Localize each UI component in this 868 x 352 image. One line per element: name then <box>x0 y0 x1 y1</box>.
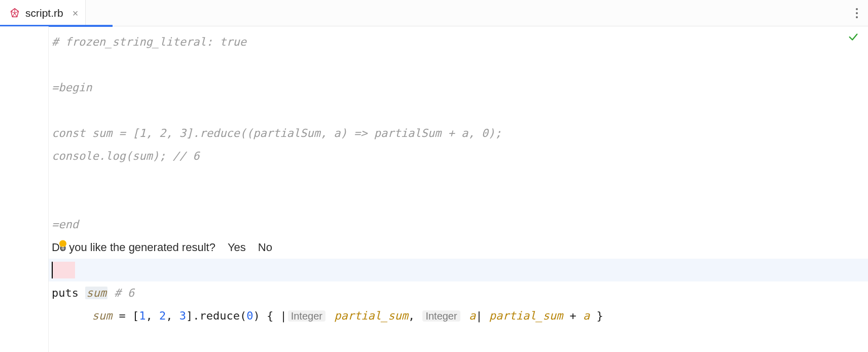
code-line-generated[interactable]: sum = [1, 2, 3].reduce(0) { |Integer par… <box>49 259 868 281</box>
svg-rect-1 <box>62 249 64 250</box>
caret <box>52 259 75 281</box>
ruby-file-icon <box>9 8 20 19</box>
code-line[interactable]: # frozen_string_literal: true <box>49 30 868 53</box>
close-tab-icon[interactable]: × <box>73 8 79 18</box>
type-hint: Integer <box>288 310 326 322</box>
type-hint: Integer <box>422 310 460 322</box>
variable: sum <box>92 309 112 322</box>
code-line[interactable]: =end <box>49 213 868 236</box>
editor-gutter[interactable] <box>0 26 49 352</box>
code-line[interactable]: puts sum # 6 <box>49 281 868 304</box>
tab-bar: script.rb × <box>0 0 868 26</box>
tab-filename: script.rb <box>25 7 63 19</box>
editor-area: # frozen_string_literal: true =begin con… <box>0 26 868 352</box>
code-line[interactable]: =begin <box>49 76 868 99</box>
svg-rect-0 <box>61 247 64 248</box>
code-line[interactable]: const sum = [1, 2, 3].reduce((partialSum… <box>49 122 868 145</box>
code-line[interactable]: console.log(sum); // 6 <box>49 145 868 167</box>
code-line[interactable] <box>49 190 868 213</box>
code-editor[interactable]: # frozen_string_literal: true =begin con… <box>49 26 868 352</box>
feedback-question: Do you like the generated result? <box>52 236 215 259</box>
code-line[interactable] <box>49 167 868 190</box>
feedback-yes-button[interactable]: Yes <box>228 236 246 259</box>
feedback-no-button[interactable]: No <box>258 236 272 259</box>
code-line[interactable] <box>49 99 868 122</box>
code-line[interactable] <box>49 53 868 76</box>
ai-feedback-prompt: Do you like the generated result? Yes No <box>49 236 868 259</box>
tab-overflow-menu-button[interactable] <box>853 5 861 21</box>
intention-bulb-icon[interactable] <box>58 236 68 259</box>
file-tab[interactable]: script.rb × <box>0 0 86 26</box>
